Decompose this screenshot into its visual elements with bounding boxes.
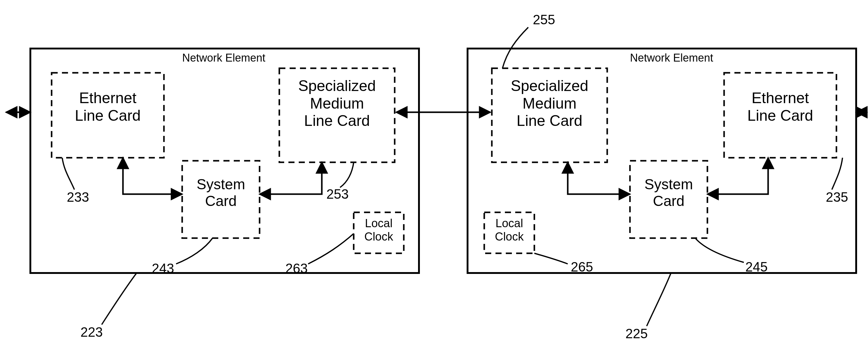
left-ethernet-card-label: EthernetLine Card [52,90,164,124]
ref-253: 253 [327,187,348,202]
left-system-card-label: SystemCard [182,176,259,209]
left-specialized-card-label: SpecializedMediumLine Card [279,77,395,130]
right-system-card: SystemCard [630,176,707,209]
left-local-clock-label: LocalClock [354,217,404,243]
ref-225: 225 [625,326,648,341]
left-system-card: SystemCard [182,176,259,209]
right-local-clock: LocalClock [484,217,534,243]
ref-235: 235 [826,190,848,205]
left-network-element-title: Network Element [182,52,265,64]
ref-243: 243 [152,261,174,276]
right-system-card-label: SystemCard [630,176,707,209]
ref-263: 263 [285,261,308,276]
left-ethernet-card: EthernetLine Card [52,90,164,124]
left-specialized-card: SpecializedMediumLine Card [279,77,395,130]
left-local-clock: LocalClock [354,217,404,243]
ref-255: 255 [533,12,555,27]
ref-265: 265 [571,259,593,274]
right-ethernet-card: EthernetLine Card [724,90,836,124]
ref-233: 233 [67,190,89,205]
ref-223: 223 [81,325,103,340]
right-specialized-card: SpecializedMediumLine Card [492,77,607,130]
right-network-element-title: Network Element [630,52,713,64]
right-ethernet-card-label: EthernetLine Card [724,90,836,124]
right-specialized-card-label: SpecializedMediumLine Card [492,77,607,130]
right-local-clock-label: LocalClock [484,217,534,243]
ref-245: 245 [745,259,768,274]
